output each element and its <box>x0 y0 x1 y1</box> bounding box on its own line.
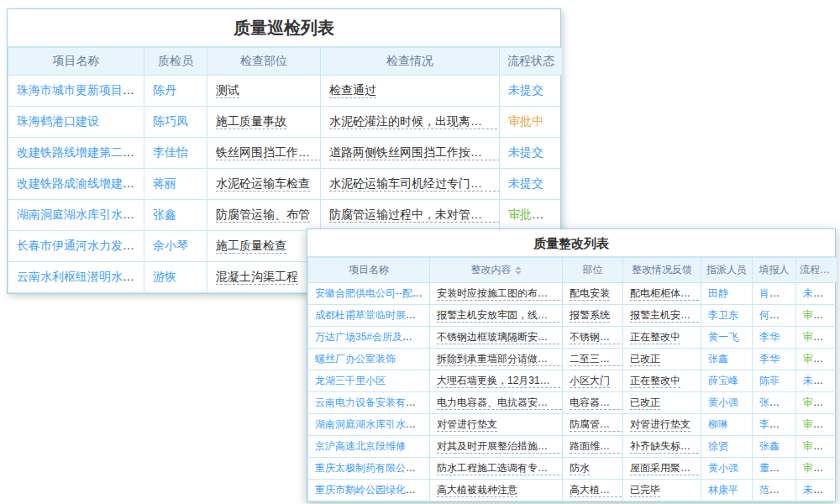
table-row[interactable]: 改建铁路线增建第二线...李佳怡铁丝网围挡工作检查道路两侧铁丝网围挡工作按设计.… <box>8 138 563 169</box>
reporter-link[interactable]: 董清平 <box>759 462 790 474</box>
project-name-link[interactable]: 成都杜甫草堂临时展厅独立展... <box>315 309 430 321</box>
cell-reporter[interactable]: 何芷萌 <box>753 305 796 327</box>
cell-project-name[interactable]: 云南水利枢纽潜明水库... <box>8 262 144 293</box>
inspector-link[interactable]: 余小琴 <box>153 239 188 252</box>
reporter-link[interactable]: 张鑫 <box>759 440 780 452</box>
table-row[interactable]: 安徽合肥供电公司--配电设备...安装时应按施工图的布置，将...配电安装配电柜… <box>308 283 837 305</box>
cell-reporter[interactable]: 李华 <box>753 327 796 349</box>
project-name-link[interactable]: 重庆市鹅岭公园绿化景观提升... <box>315 484 430 496</box>
cell-inspector[interactable]: 余小琴 <box>144 231 207 262</box>
table-row[interactable]: 螺丝厂办公室装饰拆除到承重墙部分请做好加固...二至三楼混...已改正张鑫李华审… <box>308 349 837 370</box>
reporter-link[interactable]: 范思哲 <box>759 484 790 496</box>
table-row[interactable]: 万达广场35#会所及咖啡厅空...不锈钢边框玻璃隔断安装不牢...不锈钢安装..… <box>308 327 837 349</box>
cell-inspector[interactable]: 蒋丽 <box>144 169 207 200</box>
reporter-link[interactable]: 张小东 <box>759 396 790 408</box>
assignee-link[interactable]: 薛宝峰 <box>708 375 738 386</box>
cell-inspector[interactable]: 游恢 <box>144 262 207 293</box>
cell-project-name[interactable]: 安徽合肥供电公司--配电设备... <box>308 283 430 305</box>
inspector-link[interactable]: 蒋丽 <box>153 176 176 190</box>
reporter-link[interactable]: 李若若 <box>759 418 790 430</box>
table-row[interactable]: 珠海市城市更新项目紫...陈丹测试检查通过未提交 <box>8 76 563 107</box>
cell-project-name[interactable]: 长春市伊通河水力发电... <box>8 231 144 262</box>
project-name-link[interactable]: 京沪高速北京段维修 <box>315 440 406 452</box>
table-row[interactable]: 云南电力设备安装有限公司20...电力电容器、电抗器安装方案,...电容器安装.… <box>308 392 837 414</box>
assignee-link[interactable]: 张鑫 <box>708 353 728 365</box>
project-name-link[interactable]: 珠海鹤港口建设 <box>17 114 99 128</box>
cell-reporter[interactable]: 张小东 <box>753 392 796 414</box>
project-name-link[interactable]: 珠海市城市更新项目紫... <box>17 83 144 97</box>
project-name-link[interactable]: 万达广场35#会所及咖啡厅空... <box>315 331 430 343</box>
cell-reporter[interactable]: 张鑫 <box>753 436 796 458</box>
inspector-link[interactable]: 游恢 <box>153 270 176 283</box>
cell-reporter[interactable]: 肖亚军 <box>753 283 796 305</box>
project-name-link[interactable]: 云南水利枢纽潜明水库... <box>17 270 144 283</box>
cell-project-name[interactable]: 万达广场35#会所及咖啡厅空... <box>308 327 430 349</box>
cell-project-name[interactable]: 云南电力设备安装有限公司20... <box>308 392 430 414</box>
cell-project-name[interactable]: 螺丝厂办公室装饰 <box>308 349 430 370</box>
inspector-link[interactable]: 陈丹 <box>153 83 176 97</box>
table-row[interactable]: 改建铁路成渝线增建第...蒋丽水泥砼运输车检查水泥砼运输车司机经过专门培训...… <box>8 169 563 200</box>
table-row[interactable]: 湖南洞庭湖水库引水工程施工1标对管进行垫支防腐管运输...对管进行垫支柳琳李若若… <box>308 414 837 436</box>
project-name-link[interactable]: 螺丝厂办公室装饰 <box>315 353 396 365</box>
cell-project-name[interactable]: 成都杜甫草堂临时展厅独立展... <box>308 305 430 327</box>
project-name-link[interactable]: 长春市伊通河水力发电... <box>17 239 144 252</box>
table-row[interactable]: 龙湖三千里小区大理石墙更换，12月31日之...小区大门正在整改中薛宝峰陈菲未提… <box>308 370 837 392</box>
cell-assignee[interactable]: 林康平 <box>701 480 753 501</box>
cell-assignee[interactable]: 薛宝峰 <box>701 370 753 392</box>
cell-assignee[interactable]: 黄小强 <box>701 392 753 414</box>
table-row[interactable]: 京沪高速北京段维修对其及时开展整治措施，桥头...路面维修检...补齐缺失标志.… <box>308 436 837 458</box>
assignee-link[interactable]: 田静 <box>708 287 728 299</box>
reporter-link[interactable]: 陈菲 <box>759 375 780 386</box>
cell-project-name[interactable]: 改建铁路成渝线增建第... <box>8 169 144 200</box>
project-name-link[interactable]: 龙湖三千里小区 <box>315 375 386 386</box>
cell-project-name[interactable]: 京沪高速北京段维修 <box>308 436 430 458</box>
assignee-link[interactable]: 黄小强 <box>708 396 738 408</box>
table-row[interactable]: 湖南洞庭湖水库引水工...张鑫防腐管运输、布管防腐管运输过程中，未对管进行...… <box>8 200 563 231</box>
project-name-link[interactable]: 湖南洞庭湖水库引水工程施工1标 <box>315 418 430 430</box>
project-name-link[interactable]: 云南电力设备安装有限公司20... <box>315 396 430 408</box>
cell-reporter[interactable]: 董清平 <box>753 458 796 480</box>
reporter-link[interactable]: 何芷萌 <box>759 309 790 321</box>
cell-project-name[interactable]: 珠海市城市更新项目紫... <box>8 76 144 107</box>
project-name-link[interactable]: 湖南洞庭湖水库引水工... <box>17 207 144 221</box>
cell-inspector[interactable]: 李佳怡 <box>144 138 207 169</box>
cell-assignee[interactable]: 李卫东 <box>701 305 753 327</box>
cell-project-name[interactable]: 湖南洞庭湖水库引水工... <box>8 200 144 231</box>
project-name-link[interactable]: 重庆太极制药有限公司亳州中... <box>315 462 430 474</box>
assignee-link[interactable]: 李卫东 <box>708 309 738 321</box>
column-header-rectify-content[interactable]: 整改内容 <box>430 258 563 283</box>
inspector-link[interactable]: 张鑫 <box>153 207 176 221</box>
cell-assignee[interactable]: 张鑫 <box>701 349 753 370</box>
assignee-link[interactable]: 林康平 <box>708 484 738 496</box>
project-name-link[interactable]: 安徽合肥供电公司--配电设备... <box>315 287 430 299</box>
table-row[interactable]: 珠海鹤港口建设陈巧凤施工质量事故水泥砼灌注的时候，出现离析现象审批中 <box>8 107 563 138</box>
cell-project-name[interactable]: 重庆市鹅岭公园绿化景观提升... <box>308 480 430 501</box>
cell-project-name[interactable]: 改建铁路线增建第二线... <box>8 138 144 169</box>
inspector-link[interactable]: 陈巧凤 <box>153 114 188 128</box>
reporter-link[interactable]: 李华 <box>759 353 780 365</box>
assignee-link[interactable]: 徐贤 <box>708 440 728 452</box>
cell-assignee[interactable]: 徐贤 <box>701 436 753 458</box>
table-row[interactable]: 重庆太极制药有限公司亳州中...防水工程施工选调有专业资质...防水屋面采用聚氨… <box>308 458 837 480</box>
cell-project-name[interactable]: 重庆太极制药有限公司亳州中... <box>308 458 430 480</box>
cell-project-name[interactable]: 湖南洞庭湖水库引水工程施工1标 <box>308 414 430 436</box>
cell-assignee[interactable]: 柳琳 <box>701 414 753 436</box>
reporter-link[interactable]: 李华 <box>759 331 780 343</box>
reporter-link[interactable]: 肖亚军 <box>759 287 790 299</box>
assignee-link[interactable]: 黄小强 <box>708 462 738 474</box>
inspector-link[interactable]: 李佳怡 <box>153 145 188 159</box>
cell-assignee[interactable]: 黄小强 <box>701 458 753 480</box>
cell-inspector[interactable]: 张鑫 <box>144 200 207 231</box>
table-row[interactable]: 成都杜甫草堂临时展厅独立展...报警主机安放牢固，线缆连接...报警系统报警主机… <box>308 305 837 327</box>
cell-inspector[interactable]: 陈巧凤 <box>144 107 207 138</box>
cell-reporter[interactable]: 李若若 <box>753 414 796 436</box>
cell-assignee[interactable]: 田静 <box>701 283 753 305</box>
cell-assignee[interactable]: 黄一飞 <box>701 327 753 349</box>
cell-inspector[interactable]: 陈丹 <box>144 76 207 107</box>
project-name-link[interactable]: 改建铁路成渝线增建第... <box>17 176 144 190</box>
sort-icon[interactable] <box>515 265 522 276</box>
assignee-link[interactable]: 黄一飞 <box>708 331 738 343</box>
project-name-link[interactable]: 改建铁路线增建第二线... <box>17 145 144 159</box>
cell-project-name[interactable]: 珠海鹤港口建设 <box>8 107 144 138</box>
cell-reporter[interactable]: 李华 <box>753 349 796 370</box>
